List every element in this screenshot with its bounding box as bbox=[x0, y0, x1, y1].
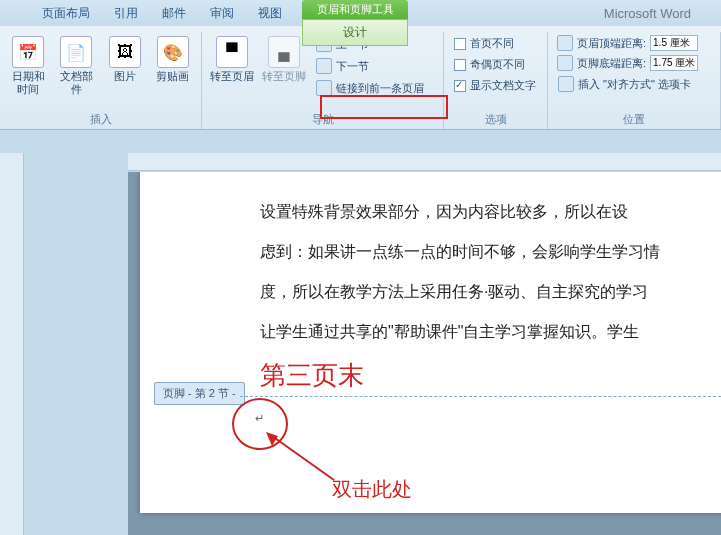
header-distance-input[interactable] bbox=[650, 35, 698, 51]
footer-boundary-line bbox=[240, 396, 721, 397]
tab-mailings[interactable]: 邮件 bbox=[150, 1, 198, 26]
annotation-page-end: 第三页末 bbox=[260, 358, 721, 393]
group-insert-label: 插入 bbox=[6, 110, 195, 129]
tab-references[interactable]: 引用 bbox=[102, 1, 150, 26]
clipart-button[interactable]: 🎨 剪贴画 bbox=[151, 32, 195, 87]
link-previous-button[interactable]: 链接到前一条页眉 bbox=[312, 78, 428, 98]
page: 设置特殊背景效果部分，因为内容比较多，所以在设 虑到：如果讲一点练一点的时间不够… bbox=[140, 172, 721, 513]
left-ruler bbox=[0, 153, 24, 535]
body-text: 设置特殊背景效果部分，因为内容比较多，所以在设 虑到：如果讲一点练一点的时间不够… bbox=[260, 192, 721, 352]
group-position-label: 位置 bbox=[554, 110, 714, 129]
footer-distance-row: 页脚底端距离: bbox=[554, 54, 701, 72]
document-icon: 📄 bbox=[60, 36, 92, 68]
diff-odd-even-checkbox[interactable]: 奇偶页不同 bbox=[450, 55, 540, 74]
tab-icon bbox=[558, 76, 574, 92]
header-distance-row: 页眉顶端距离: bbox=[554, 34, 701, 52]
footer-section-tag[interactable]: 页脚 - 第 2 节 - bbox=[154, 382, 245, 405]
picture-icon: 🖼 bbox=[109, 36, 141, 68]
datetime-button[interactable]: 📅 日期和时间 bbox=[6, 32, 50, 100]
document-area[interactable]: 设置特殊背景效果部分，因为内容比较多，所以在设 虑到：如果讲一点练一点的时间不够… bbox=[128, 172, 721, 535]
header-distance-icon bbox=[557, 35, 573, 51]
annotation-callout: 双击此处 bbox=[332, 476, 412, 503]
checkbox-icon bbox=[454, 59, 466, 71]
footer-distance-input[interactable] bbox=[650, 55, 698, 71]
link-icon bbox=[316, 80, 332, 96]
show-doc-text-checkbox[interactable]: 显示文档文字 bbox=[450, 76, 540, 95]
context-tool-title: 页眉和页脚工具 bbox=[302, 0, 408, 19]
checkbox-icon bbox=[454, 38, 466, 50]
tab-view[interactable]: 视图 bbox=[246, 1, 294, 26]
group-options-label: 选项 bbox=[450, 110, 541, 129]
header-icon: ▀ bbox=[216, 36, 248, 68]
next-section-button[interactable]: 下一节 bbox=[312, 56, 428, 76]
insert-align-tab-button[interactable]: 插入 "对齐方式" 选项卡 bbox=[554, 74, 701, 94]
svg-line-0 bbox=[272, 436, 334, 480]
footer-distance-icon bbox=[557, 55, 573, 71]
docparts-button[interactable]: 📄 文档部件 bbox=[54, 32, 98, 100]
tab-page-layout[interactable]: 页面布局 bbox=[30, 1, 102, 26]
group-nav-label: 导航 bbox=[208, 110, 437, 129]
picture-button[interactable]: 🖼 图片 bbox=[103, 32, 147, 87]
app-title: Microsoft Word bbox=[604, 6, 691, 21]
footer-icon: ▄ bbox=[268, 36, 300, 68]
arrow-down-icon bbox=[316, 58, 332, 74]
goto-header-button[interactable]: ▀ 转至页眉 bbox=[208, 32, 256, 87]
tab-design[interactable]: 设计 bbox=[302, 19, 408, 46]
goto-footer-button[interactable]: ▄ 转至页脚 bbox=[260, 32, 308, 87]
paragraph-mark: ↵ bbox=[255, 412, 264, 425]
diff-first-checkbox[interactable]: 首页不同 bbox=[450, 34, 540, 53]
calendar-icon: 📅 bbox=[12, 36, 44, 68]
horizontal-ruler bbox=[128, 153, 721, 171]
checkbox-checked-icon bbox=[454, 80, 466, 92]
tab-review[interactable]: 审阅 bbox=[198, 1, 246, 26]
clipart-icon: 🎨 bbox=[157, 36, 189, 68]
